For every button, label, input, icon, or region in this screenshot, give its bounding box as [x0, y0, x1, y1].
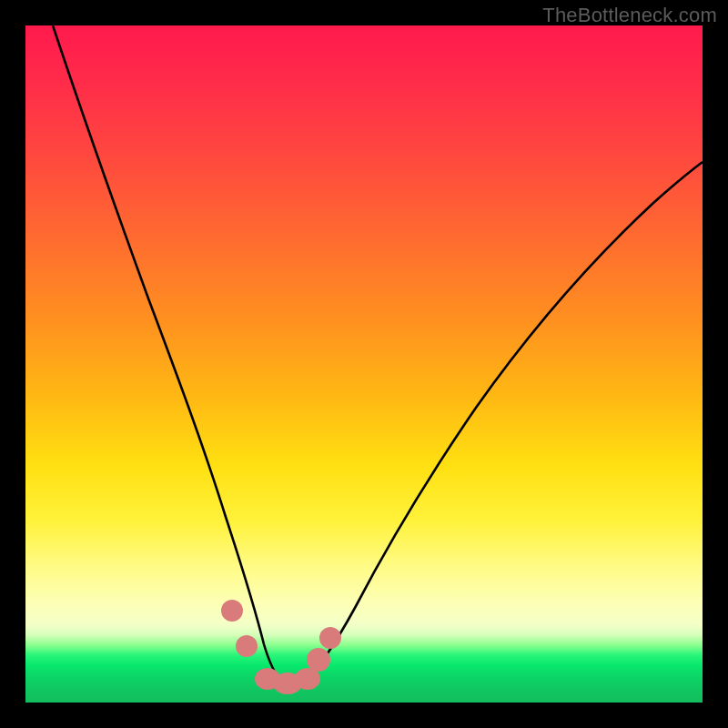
right-lower-dot: [307, 648, 330, 672]
chart-frame: TheBottleneck.com: [0, 0, 728, 728]
left-lower-dot: [236, 635, 258, 657]
right-upper-dot: [319, 627, 341, 649]
bottleneck-curve: [53, 25, 703, 683]
plot-area: [25, 25, 703, 703]
watermark-text: TheBottleneck.com: [542, 4, 717, 27]
markers: [221, 600, 341, 694]
curve-layer: [25, 25, 703, 703]
left-upper-dot: [221, 600, 243, 622]
